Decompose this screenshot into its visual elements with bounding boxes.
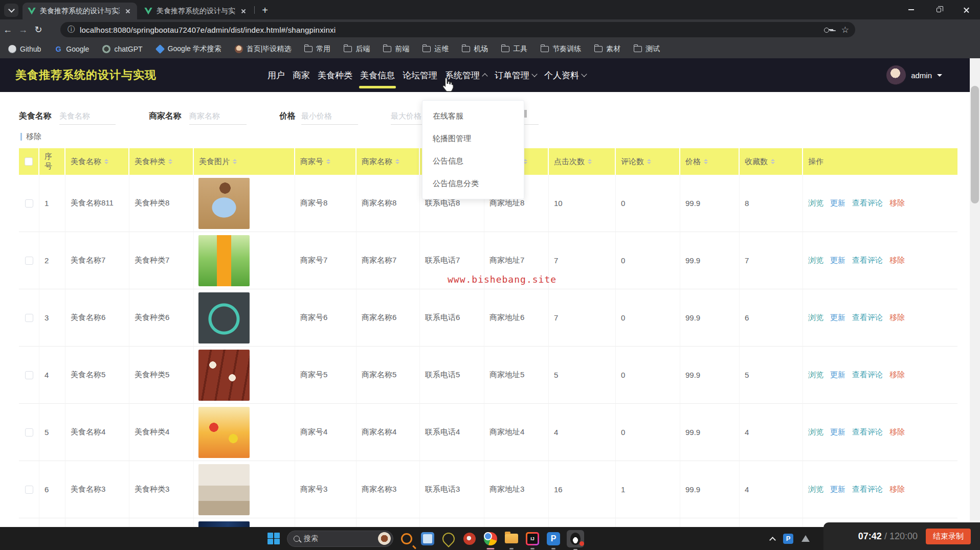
- browse-link[interactable]: 浏览: [808, 313, 823, 323]
- remove-link[interactable]: 移除: [889, 313, 905, 323]
- sort-icon[interactable]: [104, 159, 108, 164]
- stop-recording-button[interactable]: 结束录制: [926, 529, 971, 544]
- sort-icon[interactable]: [704, 159, 708, 164]
- remove-link[interactable]: 移除: [889, 198, 905, 208]
- sort-icon[interactable]: [588, 159, 592, 164]
- price-min-input[interactable]: [301, 107, 358, 125]
- update-link[interactable]: 更新: [830, 198, 845, 208]
- password-key-icon[interactable]: [824, 27, 833, 32]
- sort-icon[interactable]: [233, 159, 237, 164]
- taskbar-app-chrome[interactable]: [483, 531, 498, 546]
- view-comments-link[interactable]: 查看评论: [852, 256, 883, 265]
- bookmark-folder-houduan[interactable]: 后端: [344, 44, 370, 54]
- site-info-icon[interactable]: ⓘ: [68, 25, 75, 34]
- window-minimize-button[interactable]: [897, 0, 925, 19]
- browse-link[interactable]: 浏览: [808, 485, 823, 494]
- address-bar[interactable]: ⓘ localhost:8080/springbootau72407e/admi…: [60, 22, 855, 37]
- row-checkbox[interactable]: [19, 404, 39, 461]
- nav-item-users[interactable]: 用户: [268, 58, 285, 92]
- taskbar-app-red-tool[interactable]: [462, 531, 477, 546]
- header-favorites[interactable]: 收藏数: [740, 148, 803, 175]
- browser-tab-active[interactable]: 美食推荐系统的设计与实现: [23, 3, 137, 19]
- tab-close-icon[interactable]: [124, 7, 132, 15]
- sort-icon[interactable]: [395, 159, 399, 164]
- row-checkbox[interactable]: [19, 289, 39, 347]
- remove-link[interactable]: 移除: [889, 485, 905, 494]
- taskbar-app-qq[interactable]: [567, 530, 584, 547]
- tab-list-button[interactable]: [4, 4, 18, 17]
- bookmark-scholar[interactable]: Google 学术搜索: [156, 44, 221, 54]
- merchant-name-input[interactable]: [189, 107, 247, 125]
- update-link[interactable]: 更新: [830, 427, 845, 437]
- bookmark-chatgpt[interactable]: chatGPT: [102, 45, 142, 53]
- taskbar-search[interactable]: 搜索: [287, 531, 393, 547]
- browser-tab-inactive[interactable]: 美食推荐系统的设计与实现: [139, 3, 253, 19]
- window-restore-button[interactable]: [925, 0, 952, 19]
- dropdown-item-announcements[interactable]: 公告信息: [422, 150, 524, 172]
- bookmark-star-icon[interactable]: ☆: [841, 25, 849, 35]
- row-checkbox[interactable]: [19, 175, 39, 232]
- view-comments-link[interactable]: 查看评论: [852, 313, 883, 323]
- bookmark-folder-changyong[interactable]: 常用: [304, 44, 330, 54]
- sort-icon[interactable]: [647, 159, 651, 164]
- bookmark-folder-jichang[interactable]: 机场: [462, 44, 488, 54]
- window-close-button[interactable]: [952, 0, 980, 19]
- bookmark-folder-gongju[interactable]: 工具: [501, 44, 527, 54]
- sort-icon[interactable]: [771, 159, 775, 164]
- browse-link[interactable]: 浏览: [808, 370, 823, 380]
- header-clicks[interactable]: 点击次数: [549, 148, 616, 175]
- taskbar-app-pycharm[interactable]: P: [546, 531, 561, 546]
- view-comments-link[interactable]: 查看评论: [852, 198, 883, 208]
- sort-icon[interactable]: [168, 159, 172, 164]
- nav-item-food-info[interactable]: 美食信息: [360, 58, 395, 92]
- tray-app-icon[interactable]: [801, 535, 810, 542]
- remove-link[interactable]: 移除: [889, 427, 905, 437]
- taskbar-app-blue-tool[interactable]: [420, 531, 435, 546]
- bookmark-bishe[interactable]: 首页|毕设精选: [235, 44, 292, 54]
- nav-item-food-types[interactable]: 美食种类: [318, 58, 352, 92]
- taskbar-app-everything[interactable]: [399, 531, 414, 546]
- tray-chevron-up-icon[interactable]: [769, 537, 776, 543]
- select-all-checkbox[interactable]: [19, 148, 39, 175]
- browse-link[interactable]: 浏览: [808, 256, 823, 265]
- header-merchant-no[interactable]: 商家号: [295, 148, 357, 175]
- nav-item-orders[interactable]: 订单管理: [495, 58, 537, 92]
- nav-item-merchants[interactable]: 商家: [293, 58, 310, 92]
- tray-p-icon[interactable]: P: [783, 534, 793, 544]
- food-name-input[interactable]: [59, 107, 116, 125]
- view-comments-link[interactable]: 查看评论: [852, 485, 883, 494]
- row-checkbox[interactable]: [19, 347, 39, 404]
- tab-close-icon[interactable]: [239, 7, 248, 15]
- view-comments-link[interactable]: 查看评论: [852, 427, 883, 437]
- header-food-name[interactable]: 美食名称: [65, 148, 129, 175]
- dropdown-item-carousel[interactable]: 轮播图管理: [422, 127, 524, 150]
- row-checkbox[interactable]: [19, 461, 39, 518]
- row-checkbox[interactable]: [19, 232, 39, 289]
- header-comments[interactable]: 评论数: [616, 148, 680, 175]
- start-button[interactable]: [266, 531, 281, 546]
- nav-item-forum[interactable]: 论坛管理: [403, 58, 437, 92]
- bookmark-folder-qianduan[interactable]: 前端: [383, 44, 409, 54]
- bookmark-folder-yunwei[interactable]: 运维: [422, 44, 449, 54]
- user-menu[interactable]: admin: [886, 58, 942, 92]
- bookmark-github[interactable]: Github: [8, 45, 41, 53]
- update-link[interactable]: 更新: [830, 256, 845, 265]
- update-link[interactable]: 更新: [830, 485, 845, 494]
- header-food-image[interactable]: 美食图片: [194, 148, 295, 175]
- scrollbar-thumb[interactable]: [971, 86, 979, 203]
- sort-icon[interactable]: [326, 159, 330, 164]
- taskbar-app-navicat[interactable]: [441, 531, 456, 546]
- bookmark-folder-sucai[interactable]: 素材: [594, 44, 620, 54]
- update-link[interactable]: 更新: [830, 370, 845, 380]
- browse-link[interactable]: 浏览: [808, 427, 823, 437]
- browse-link[interactable]: 浏览: [808, 198, 823, 208]
- header-food-type[interactable]: 美食种类: [129, 148, 194, 175]
- remove-link[interactable]: 移除: [889, 256, 905, 265]
- header-index[interactable]: 序号: [39, 148, 65, 175]
- new-tab-button[interactable]: +: [259, 4, 271, 16]
- update-link[interactable]: 更新: [830, 313, 845, 323]
- bookmark-folder-jiezou[interactable]: 节奏训练: [541, 44, 581, 54]
- bookmark-google[interactable]: GGoogle: [54, 45, 89, 53]
- bulk-remove-button[interactable]: 移除: [26, 132, 41, 142]
- back-button[interactable]: ←: [0, 25, 15, 35]
